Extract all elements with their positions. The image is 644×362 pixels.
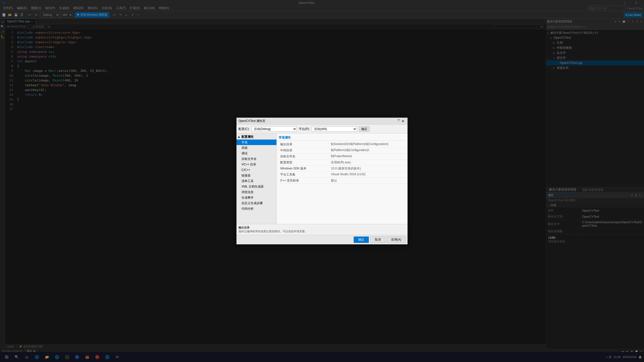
dialog-prop-val-target[interactable]: $(ProjectName) [330,154,406,160]
dialog-prop-val-sdk[interactable]: 10.0 (最新安装的版本) [330,166,406,172]
dialog-prop-val-cpp-std[interactable]: 默认 [330,178,406,184]
dialog-cancel-btn[interactable]: 取消 [370,237,385,243]
config-label: 配置(C): [238,127,250,131]
platform-label: 平台(P): [299,127,310,131]
dialog-prop-row-target: 目标文件名 $(ProjectName) [279,154,406,160]
dialog-prop-table: 输出目录 $(SolutionDir)\$(Platform)\$(Config… [279,142,406,184]
dialog-tree-browse[interactable]: 浏览信息 [236,189,276,195]
dialog-prop-key-cpp-std: C++ 语言标准 [279,178,330,184]
dialog-tree-xml[interactable]: XML 文档生成器 [236,184,276,189]
dialog-prop-row-sdk: Windows SDK 版本 10.0 (最新安装的版本) [279,166,406,172]
dialog-prop-key-toolset: 平台工具集 [279,172,330,178]
dialog-config-bar: 配置(C): 活动(Debug) 平台(P): 活动(x64) 确定 [236,125,408,133]
dialog-prop-val-toolset[interactable]: Visual Studio 2019 (v142) [330,172,406,178]
tree-config-label: 配置属性 [242,135,254,139]
properties-dialog: OpenCVTest 属性页 ? ✕ 配置(C): 活动(Debug) 平台(P… [236,118,408,244]
config-select[interactable]: 活动(Debug) [252,126,297,132]
dialog-apply-btn[interactable]: 应用(A) [387,237,406,243]
dialog-tree-build-events[interactable]: 生成事件 [236,195,276,200]
dialog-tree-advanced[interactable]: 高级 [236,145,276,151]
dialog-desc-title: 输出目录 [238,226,406,230]
dialog-prop-key-intermediate: 中间目录 [279,148,330,154]
dialog-title-btns: ? ✕ [398,119,406,124]
dialog-desc-text: 指向已编译程序的放置位置的路径。可以包括环境变量。 [238,230,406,233]
dialog-prop-val-output[interactable]: $(SolutionDir)\$(Platform)\$(Configurati… [330,142,406,148]
dialog-prop-row-cpp-std: C++ 语言标准 默认 [279,178,406,184]
dialog-left-tree: ▲ 配置属性 常规 高级 调试 目标文件名 VC++ 目录 C/C++ 链接器 … [236,133,277,224]
dialog-tree-target-name[interactable]: 目标文件名 [236,156,276,162]
dialog-main: ▲ 配置属性 常规 高级 调试 目标文件名 VC++ 目录 C/C++ 链接器 … [236,133,408,224]
dialog-prop-key-target: 目标文件名 [279,154,330,160]
dialog-close-btn[interactable]: ✕ [400,119,406,124]
dialog-tree-section: ▲ 配置属性 常规 高级 调试 目标文件名 VC++ 目录 C/C++ 链接器 … [236,133,276,212]
dialog-footer: 确定 取消 应用(A) [236,235,408,244]
dialog-prop-key-sdk: Windows SDK 版本 [279,166,330,172]
dialog-tree-linker[interactable]: 链接器 [236,173,276,178]
dialog-prop-val-config-type[interactable]: 应用程序(.exe) [330,160,406,166]
dialog-title: OpenCVTest 属性页 [238,119,265,123]
dialog-overlay: OpenCVTest 属性页 ? ✕ 配置(C): 活动(Debug) 平台(P… [0,0,644,362]
dialog-tree-debug[interactable]: 调试 [236,151,276,156]
platform-select-dialog[interactable]: 活动(x64) [312,126,357,132]
dialog-tree-custom-build[interactable]: 自定义生成步骤 [236,200,276,206]
dialog-body: 配置(C): 活动(Debug) 平台(P): 活动(x64) 确定 ▲ 配置属… [236,125,408,244]
dialog-section-title: 常规属性 [279,135,406,141]
dialog-prop-key-output: 输出目录 [279,142,330,148]
dialog-title-bar: OpenCVTest 属性页 ? ✕ [236,118,408,125]
dialog-description: 输出目录 指向已编译程序的放置位置的路径。可以包括环境变量。 [236,224,408,235]
dialog-ok-btn[interactable]: 确定 [354,237,369,243]
tree-collapse-icon: ▲ [237,135,240,139]
config-manager-btn[interactable]: 确定 [359,126,370,132]
dialog-prop-row-output: 输出目录 $(SolutionDir)\$(Platform)\$(Config… [279,142,406,148]
dialog-tree-code-analysis[interactable]: 代码分析 [236,206,276,211]
dialog-prop-row-intermediate: 中间目录 $(Platform)\$(Configuration)\ [279,148,406,154]
dialog-tree-general[interactable]: 常规 [236,140,276,145]
dialog-tree-header[interactable]: ▲ 配置属性 [236,134,276,140]
dialog-prop-row-toolset: 平台工具集 Visual Studio 2019 (v142) [279,172,406,178]
dialog-prop-val-intermediate[interactable]: $(Platform)\$(Configuration)\ [330,148,406,154]
dialog-right-content: 常规属性 输出目录 $(SolutionDir)\$(Platform)\$(C… [277,133,408,224]
dialog-prop-row-config-type: 配置类型 应用程序(.exe) [279,160,406,166]
dialog-tree-cpp[interactable]: C/C++ [236,167,276,173]
dialog-prop-key-config-type: 配置类型 [279,160,330,166]
dialog-help-btn[interactable]: ? [398,119,399,124]
dialog-tree-vc-dirs[interactable]: VC++ 目录 [236,162,276,167]
dialog-tree-manifest[interactable]: 清单工具 [236,178,276,184]
